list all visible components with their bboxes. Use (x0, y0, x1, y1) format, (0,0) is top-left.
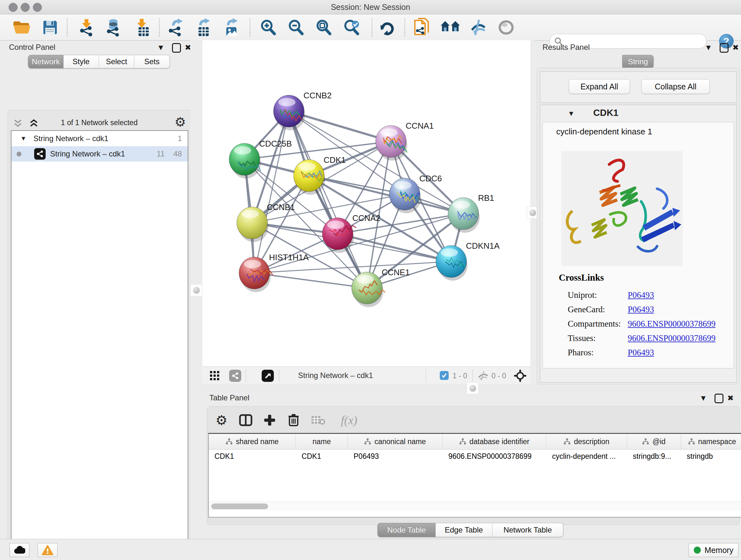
column-header-@id[interactable]: @id (627, 434, 681, 449)
save-session-button[interactable] (38, 16, 62, 39)
crosslink-link[interactable]: 9606.ENSP00000378699 (628, 333, 716, 343)
export-network-button[interactable] (164, 16, 188, 39)
crosslink-link[interactable]: P06493 (628, 305, 654, 314)
network-node-CDK1[interactable]: CDK1 (293, 155, 346, 195)
network-node-CDKN1A[interactable]: CDKN1A (436, 241, 500, 281)
import-table-button[interactable] (131, 16, 154, 39)
maximize-panel-icon[interactable] (171, 42, 182, 53)
crosslink-link[interactable]: P06493 (628, 348, 654, 358)
open-in-new-window-icon[interactable] (262, 370, 274, 382)
warnings-button[interactable] (38, 543, 57, 557)
table-cell[interactable]: stringdb (681, 452, 741, 461)
scrollbar-thumb[interactable] (211, 503, 268, 509)
table-cell[interactable]: cyclin-dependent ... (546, 452, 627, 461)
expand-all-button[interactable]: Expand All (569, 79, 630, 94)
crosslink-row: Tissues:9606.ENSP00000378699 (568, 333, 734, 343)
network-node-CCNB1[interactable]: CCNB1 (237, 202, 295, 242)
show-all-button[interactable] (494, 16, 518, 39)
tab-string[interactable]: String (622, 55, 654, 68)
selected-indicator-checkbox[interactable] (440, 371, 449, 380)
table-cell[interactable]: P06493 (348, 452, 443, 461)
memory-status-dot (694, 547, 701, 554)
network-graph[interactable]: CCNB2CCNA1CDC25BCDK1CDC6RB1CCNB1CCNA2CDK… (202, 40, 530, 367)
close-panel-icon[interactable]: ✖ (730, 42, 741, 53)
close-panel-icon[interactable]: ✖ (725, 392, 736, 404)
table-cell[interactable]: CDK1 (296, 452, 348, 461)
cloud-icon (14, 546, 25, 554)
float-panel-icon[interactable]: ▼ (697, 392, 709, 404)
tab-select[interactable]: Select (99, 55, 134, 68)
maximize-panel-icon[interactable] (713, 392, 725, 403)
tab-network-table[interactable]: Network Table (492, 523, 563, 537)
memory-button[interactable]: Memory (689, 543, 738, 557)
network-node-RB1[interactable]: RB1 (448, 193, 494, 233)
table-row[interactable]: CDK1CDK1P064939606.ENSP00000378699cyclin… (209, 449, 741, 463)
open-folder-icon (12, 20, 31, 35)
refresh-button[interactable] (375, 16, 399, 39)
column-header-database-identifier[interactable]: database identifier (443, 434, 546, 449)
zoom-out-button[interactable] (284, 16, 308, 39)
float-panel-icon[interactable]: ▼ (155, 42, 166, 53)
network-node-CCNB2[interactable]: CCNB2 (273, 91, 332, 130)
gene-section-expander-icon[interactable]: ▼ (568, 110, 575, 118)
column-header-name[interactable]: name (296, 434, 348, 449)
cloud-status-button[interactable] (10, 543, 29, 557)
network-node-CCNE1[interactable]: CCNE1 (352, 267, 410, 307)
show-columns-button[interactable] (235, 411, 256, 430)
column-header-label: database identifier (469, 437, 529, 446)
import-network-file-button[interactable] (75, 16, 98, 39)
float-panel-icon[interactable]: ▼ (703, 42, 714, 53)
network-node-HIST1H1A[interactable]: HIST1H1A (239, 253, 309, 292)
table-cell[interactable]: CDK1 (209, 452, 296, 461)
crosslinks-heading: CrossLinks (559, 272, 604, 283)
tab-network[interactable]: Network (28, 55, 64, 68)
export-table-button[interactable] (192, 16, 215, 39)
zoom-selected-button[interactable] (340, 16, 363, 39)
tab-sets[interactable]: Sets (134, 55, 170, 68)
grid-view-icon[interactable] (210, 371, 219, 381)
zoom-in-icon (259, 19, 277, 36)
network-collection-row[interactable]: ▼ String Network – cdk1 1 (11, 131, 188, 146)
tab-node-table[interactable]: Node Table (378, 523, 435, 537)
collection-expander-icon[interactable]: ▼ (20, 135, 26, 142)
hidden-indicator-eye-icon[interactable] (477, 371, 489, 381)
network-node-CCNA2[interactable]: CCNA2 (322, 213, 381, 253)
hide-selected-button[interactable] (467, 16, 490, 39)
delete-table-button[interactable] (308, 411, 328, 430)
network-canvas[interactable]: CCNB2CCNA1CDC25BCDK1CDC6RB1CCNB1CCNA2CDK… (202, 40, 530, 367)
right-splitter[interactable] (530, 40, 534, 385)
new-network-from-selection-button[interactable] (410, 16, 434, 39)
left-splitter-handle[interactable] (190, 284, 202, 296)
tab-style[interactable]: Style (64, 55, 99, 68)
first-neighbors-button[interactable] (439, 16, 462, 39)
collapse-all-button[interactable]: Collapse All (642, 79, 710, 94)
crosslink-link[interactable]: P06493 (628, 290, 654, 300)
zoom-fit-button[interactable] (312, 16, 335, 39)
function-builder-button[interactable]: f(x) (334, 411, 364, 430)
control-panel-title: Control Panel (9, 43, 55, 52)
export-image-button[interactable] (219, 16, 243, 39)
network-options-gear-icon[interactable]: ⚙ (175, 115, 186, 129)
network-row-selected[interactable]: String Network – cdk1 11 48 (11, 146, 188, 162)
column-header-canonical-name[interactable]: canonical name (348, 434, 443, 449)
delete-column-button[interactable] (283, 411, 304, 430)
node-label-CCNE1: CCNE1 (382, 267, 410, 277)
crosslink-link[interactable]: 9606.ENSP00000378699 (628, 319, 716, 329)
table-horizontal-scrollbar[interactable] (209, 502, 741, 511)
maximize-panel-icon[interactable] (718, 42, 730, 53)
network-view-share-icon[interactable] (229, 370, 241, 382)
column-header-description[interactable]: description (546, 434, 627, 449)
table-cell[interactable]: stringdb:9... (627, 452, 681, 461)
zoom-in-button[interactable] (256, 16, 280, 39)
left-splitter[interactable] (190, 40, 202, 539)
export-table-icon (195, 18, 212, 37)
tab-edge-table[interactable]: Edge Table (435, 523, 492, 537)
table-settings-button[interactable]: ⚙ (211, 411, 232, 430)
column-header-shared-name[interactable]: shared name (209, 434, 296, 449)
add-column-button[interactable] (259, 411, 280, 430)
birds-eye-view-icon[interactable] (514, 369, 527, 382)
open-session-button[interactable] (10, 16, 33, 39)
import-network-database-button[interactable] (102, 16, 125, 39)
table-cell[interactable]: 9606.ENSP00000378699 (443, 452, 546, 461)
column-header-namespace[interactable]: namespace (681, 434, 741, 449)
